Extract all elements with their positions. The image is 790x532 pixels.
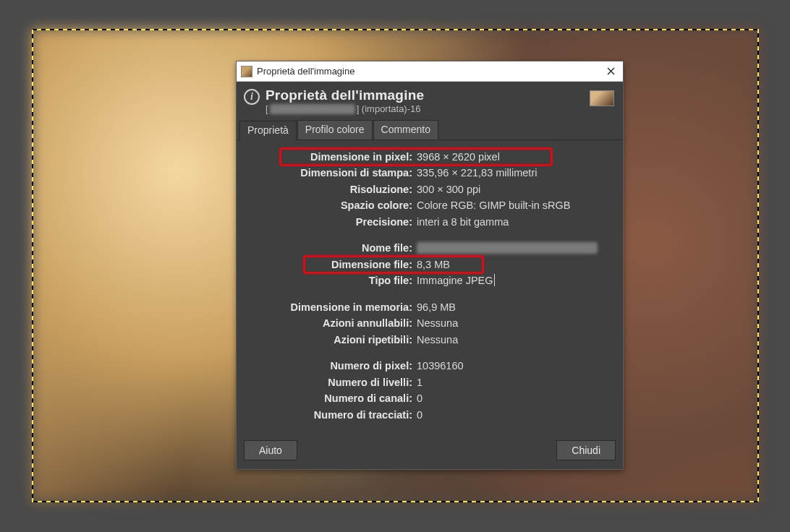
value-pixel-count: 10396160 [417, 358, 464, 374]
label-memory-size: Dimensione in memoria: [247, 299, 417, 315]
value-undo: Nessuna [417, 315, 458, 331]
image-thumbnail [590, 90, 614, 106]
image-properties-dialog: Proprietà dell'immagine i Proprietà dell… [236, 61, 624, 470]
value-precision: interi a 8 bit gamma [417, 214, 509, 230]
row-precision: Precisione: interi a 8 bit gamma [247, 214, 613, 230]
window-close-button[interactable] [603, 64, 619, 80]
label-redo: Azioni ripetibili: [247, 332, 417, 348]
dialog-header: i Proprietà dell'immagine [ ] (importata… [237, 82, 623, 120]
value-redo: Nessuna [417, 332, 458, 348]
row-pixel-dimensions: Dimensione in pixel: 3968 × 2620 pixel [247, 149, 613, 165]
label-channel-count: Numero di canali: [247, 390, 417, 406]
subtitle-prefix: [ [266, 103, 268, 114]
tabs: Proprietà Profilo colore Commento [237, 120, 623, 140]
redacted-filename [270, 104, 355, 114]
window-title: Proprietà dell'immagine [257, 66, 598, 77]
label-color-space: Spazio colore: [247, 197, 417, 213]
value-filesize: 8,3 MB [417, 257, 450, 273]
label-resolution: Risoluzione: [247, 181, 417, 197]
label-filesize: Dimensione file: [247, 257, 417, 273]
row-channel-count: Numero di canali: 0 [247, 390, 613, 406]
row-print-dimensions: Dimensioni di stampa: 335,96 × 221,83 mi… [247, 165, 613, 181]
help-button[interactable]: Aiuto [244, 440, 297, 460]
tab-properties[interactable]: Proprietà [239, 121, 297, 140]
tab-color-profile[interactable]: Profilo colore [297, 120, 373, 140]
row-undo: Azioni annullabili: Nessuna [247, 315, 613, 331]
value-color-space: Colore RGB: GIMP built-in sRGB [417, 197, 570, 213]
row-pixel-count: Numero di pixel: 10396160 [247, 358, 613, 374]
label-print-dimensions: Dimensioni di stampa: [247, 165, 417, 181]
value-memory-size: 96,9 MB [417, 299, 456, 315]
row-filename: Nome file: [247, 240, 613, 256]
row-color-space: Spazio colore: Colore RGB: GIMP built-in… [247, 197, 613, 213]
gimp-app-icon [241, 66, 252, 77]
value-filename [417, 240, 598, 256]
value-print-dimensions: 335,96 × 221,83 millimetri [417, 165, 537, 181]
label-precision: Precisione: [247, 214, 417, 230]
dialog-subtitle: [ ] (importata)-16 [266, 103, 584, 114]
subtitle-suffix: ] (importata)-16 [357, 103, 421, 114]
value-pixel-dimensions: 3968 × 2620 pixel [417, 149, 500, 165]
label-filename: Nome file: [247, 240, 417, 256]
label-undo: Azioni annullabili: [247, 315, 417, 331]
label-filetype: Tipo file: [247, 273, 417, 288]
row-filetype: Tipo file: Immagine JPEG [247, 273, 613, 288]
row-path-count: Numero di tracciati: 0 [247, 407, 613, 423]
redacted-filepath [417, 242, 598, 254]
text-cursor [494, 274, 495, 286]
row-filesize: Dimensione file: 8,3 MB [247, 257, 613, 273]
value-resolution: 300 × 300 ppi [417, 181, 480, 197]
close-button[interactable]: Chiudi [556, 440, 616, 460]
value-path-count: 0 [417, 407, 422, 423]
value-filetype: Immagine JPEG [417, 273, 495, 288]
info-icon: i [244, 89, 260, 105]
row-memory-size: Dimensione in memoria: 96,9 MB [247, 299, 613, 315]
row-redo: Azioni ripetibili: Nessuna [247, 332, 613, 348]
value-channel-count: 0 [417, 390, 422, 406]
row-resolution: Risoluzione: 300 × 300 ppi [247, 181, 613, 197]
dialog-title: Proprietà dell'immagine [266, 87, 584, 103]
dialog-footer: Aiuto Chiudi [237, 433, 623, 469]
value-filetype-text: Immagine JPEG [417, 275, 493, 286]
label-pixel-dimensions: Dimensione in pixel: [247, 149, 417, 165]
properties-panel: Dimensione in pixel: 3968 × 2620 pixel D… [237, 140, 623, 433]
window-titlebar[interactable]: Proprietà dell'immagine [237, 61, 623, 82]
value-layer-count: 1 [417, 374, 422, 390]
label-path-count: Numero di tracciati: [247, 407, 417, 423]
label-layer-count: Numero di livelli: [247, 374, 417, 390]
label-pixel-count: Numero di pixel: [247, 358, 417, 374]
row-layer-count: Numero di livelli: 1 [247, 374, 613, 390]
tab-comment[interactable]: Commento [373, 120, 438, 140]
